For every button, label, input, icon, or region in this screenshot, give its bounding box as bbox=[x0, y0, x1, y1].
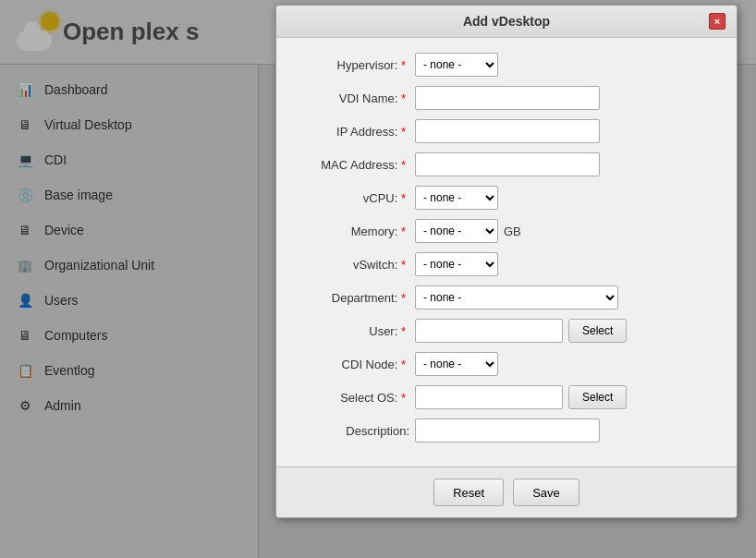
department-required: * bbox=[401, 291, 406, 305]
modal-footer: Reset Save bbox=[276, 467, 737, 517]
description-row: Description: bbox=[295, 418, 718, 443]
mac-address-label: MAC Address: * bbox=[295, 158, 415, 172]
cdi-node-label: CDI Node: * bbox=[295, 358, 415, 371]
memory-select[interactable]: - none - bbox=[415, 219, 498, 243]
modal-title: Add vDesktop bbox=[304, 14, 709, 29]
modal-overlay: Add vDesktop × Hypervisor: * - none - VD… bbox=[0, 0, 756, 558]
vdi-name-required: * bbox=[401, 91, 406, 105]
cdi-node-required: * bbox=[401, 358, 406, 371]
department-row: Department: * - none - bbox=[295, 285, 718, 309]
memory-label: Memory: * bbox=[295, 224, 415, 238]
modal-close-button[interactable]: × bbox=[709, 13, 726, 30]
department-select[interactable]: - none - bbox=[415, 285, 618, 309]
vswitch-select[interactable]: - none - bbox=[415, 252, 498, 276]
memory-unit-label: GB bbox=[504, 224, 521, 238]
vswitch-required: * bbox=[401, 258, 406, 272]
select-os-row: Select OS: * Select bbox=[295, 385, 718, 409]
user-row: User: * Select bbox=[295, 319, 718, 343]
cdi-node-select[interactable]: - none - bbox=[415, 352, 498, 376]
vcpu-label: vCPU: * bbox=[295, 191, 415, 205]
mac-address-input[interactable] bbox=[415, 152, 600, 176]
memory-row: Memory: * - none - GB bbox=[295, 219, 718, 243]
vcpu-select[interactable]: - none - bbox=[415, 186, 498, 210]
vswitch-row: vSwitch: * - none - bbox=[295, 252, 718, 276]
user-select-button[interactable]: Select bbox=[568, 319, 627, 343]
select-os-input[interactable] bbox=[415, 385, 563, 409]
ip-address-row: IP Address: * bbox=[295, 119, 718, 143]
user-required: * bbox=[401, 324, 406, 338]
vdi-name-row: VDI Name: * bbox=[295, 86, 718, 110]
vdi-name-label: VDI Name: * bbox=[295, 91, 415, 105]
modal-header: Add vDesktop × bbox=[276, 6, 737, 38]
ip-address-input[interactable] bbox=[415, 119, 600, 143]
vcpu-row: vCPU: * - none - bbox=[295, 186, 718, 210]
hypervisor-select[interactable]: - none - bbox=[415, 53, 498, 77]
vswitch-label: vSwitch: * bbox=[295, 258, 415, 272]
description-input[interactable] bbox=[415, 418, 600, 443]
cdi-node-row: CDI Node: * - none - bbox=[295, 352, 718, 376]
reset-button[interactable]: Reset bbox=[433, 479, 504, 506]
select-os-label: Select OS: * bbox=[295, 391, 415, 405]
select-os-required: * bbox=[401, 391, 406, 405]
user-input[interactable] bbox=[415, 319, 563, 343]
add-vdesktop-modal: Add vDesktop × Hypervisor: * - none - VD… bbox=[275, 5, 738, 518]
user-label: User: * bbox=[295, 324, 415, 338]
vcpu-required: * bbox=[401, 191, 406, 205]
hypervisor-required: * bbox=[401, 58, 406, 72]
ip-required: * bbox=[401, 125, 406, 139]
mac-required: * bbox=[401, 158, 406, 172]
memory-required: * bbox=[401, 224, 406, 238]
modal-body: Hypervisor: * - none - VDI Name: * IP Ad… bbox=[276, 38, 737, 467]
save-button[interactable]: Save bbox=[513, 479, 579, 506]
vdi-name-input[interactable] bbox=[415, 86, 600, 110]
hypervisor-label: Hypervisor: * bbox=[295, 58, 415, 72]
description-label: Description: bbox=[295, 424, 415, 438]
department-label: Department: * bbox=[295, 291, 415, 305]
hypervisor-row: Hypervisor: * - none - bbox=[295, 53, 718, 77]
ip-address-label: IP Address: * bbox=[295, 125, 415, 139]
select-os-button[interactable]: Select bbox=[568, 385, 627, 409]
mac-address-row: MAC Address: * bbox=[295, 152, 718, 176]
